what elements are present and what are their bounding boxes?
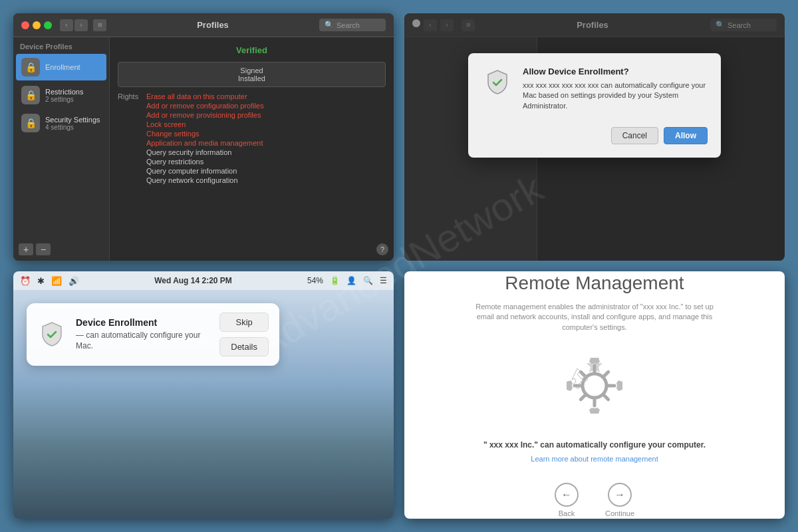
rm-title: Remote Management [505,273,684,294]
add-profile-button[interactable]: + [19,243,33,255]
right-query-net: Query network configuration [146,176,264,184]
security-icon: 🔒 [21,114,40,132]
titlebar-1: ‹ › ⊞ Profiles 🔍 Search [13,13,394,37]
restrictions-sub: 2 settings [45,96,83,103]
rm-subtitle: Remote management enables the administra… [468,302,721,332]
right-app-media: Application and media management [146,139,264,147]
rm-continue-button[interactable]: → Continue [605,483,634,517]
allow-enrollment-dialog: Allow Device Enrollment? xxx xxx xxx xxx… [468,53,721,158]
enrollment-name: Enrollment [45,63,80,71]
rights-list: Erase all data on this computer Add or r… [146,92,264,184]
dialog-header: Allow Device Enrollment? xxx xxx xxx xxx… [481,66,708,111]
window-body-1: Device Profiles 🔒 Enrollment 🔒 Restricti… [13,37,394,261]
close-button-1[interactable] [21,21,29,29]
right-add-config: Add or remove configuration profiles [146,102,264,110]
right-change: Change settings [146,130,264,138]
rm-back-button[interactable]: ← Back [555,483,579,517]
sidebar-item-enrollment[interactable]: 🔒 Enrollment [16,54,106,80]
notification-title: Device Enrollment [76,317,210,328]
user-icon: 👤 [346,276,356,285]
sidebar-1: Device Profiles 🔒 Enrollment 🔒 Restricti… [13,37,110,261]
panel4-remote-management: Remote Management Remote management enab… [404,271,785,519]
grid-view-button-1[interactable]: ⊞ [93,19,106,31]
sidebar-bottom-1: + − [13,238,109,261]
continue-circle-icon: → [608,483,632,507]
sidebar-item-security[interactable]: 🔒 Security Settings 4 settings [16,110,106,136]
notification-body: — can automatically configure your Mac. [76,331,210,351]
desktop-background: Device Enrollment — can automatically co… [13,290,394,519]
right-query-sec: Query security information [146,148,264,156]
installed-label: Installed [238,74,265,82]
sidebar-header-1: Device Profiles [13,37,109,53]
security-sub: 4 settings [45,124,100,131]
battery-level: 54% [307,276,323,285]
volume-icon: 🔊 [68,276,79,286]
rm-nav-buttons: ← Back → Continue [555,483,634,517]
notification-content: Device Enrollment — can automatically co… [76,317,210,351]
remove-profile-button[interactable]: − [36,243,51,255]
sidebar-item-restrictions[interactable]: 🔒 Restrictions 2 settings [16,82,106,108]
verified-badge: Verified [118,45,386,55]
forward-nav-button-1[interactable]: › [74,19,88,31]
dialog-shield-icon [481,66,513,98]
help-button[interactable]: ? [376,243,388,255]
menubar: ⏰ ✱ 📶 🔊 Wed Aug 14 2:20 PM 54% 🔋 👤 🔍 ☰ [13,271,394,290]
dialog-text-block: Allow Device Enrollment? xxx xxx xxx xxx… [523,66,708,111]
notification-card: Device Enrollment — can automatically co… [27,303,279,366]
time-machine-icon: ⏰ [20,276,31,286]
search-box-1[interactable]: 🔍 Search [319,19,386,31]
maximize-button-1[interactable] [44,21,52,29]
dialog-body-text: xxx xxx xxx xxx xxx xxx can automaticall… [523,80,708,111]
restrictions-icon: 🔒 [21,86,40,104]
minimize-button-1[interactable] [33,21,41,29]
skip-button[interactable]: Skip [219,313,269,332]
panel1-profiles-window: ‹ › ⊞ Profiles 🔍 Search Device Profiles … [13,13,394,261]
back-label: Back [559,509,575,517]
rm-learn-more-link[interactable]: Learn more about remote management [531,455,658,463]
security-text: Security Settings 4 settings [45,116,100,131]
right-add-prov: Add or remove provisioning profiles [146,111,264,119]
main-content-1: Verified Signed Installed Rights Erase a… [110,37,394,261]
menubar-date: Wed Aug 14 2:20 PM [87,276,299,285]
cancel-button[interactable]: Cancel [611,127,658,144]
wifi-icon: 📶 [51,276,62,286]
back-nav-button-1[interactable]: ‹ [60,19,73,31]
menubar-right: 54% 🔋 👤 🔍 ☰ [307,276,387,285]
panel2-wrapper: ‹ › ⊞ Profiles 🔍 Search No profiles inst… [404,13,785,261]
search-placeholder-1: Search [336,21,360,29]
right-lock: Lock screen [146,120,264,128]
continue-label: Continue [605,509,634,517]
back-circle-icon: ← [555,483,579,507]
dialog-overlay: Allow Device Enrollment? xxx xxx xxx xxx… [404,13,785,261]
dialog-buttons: Cancel Allow [481,127,708,144]
rights-section: Rights Erase all data on this computer A… [118,92,386,184]
notification-center-icon: ☰ [380,276,387,285]
rm-description: " xxx xxx Inc." can automatically config… [483,440,706,450]
restrictions-text: Restrictions 2 settings [45,88,83,103]
security-name: Security Settings [45,116,100,124]
dialog-title: Allow Device Enrollment? [523,66,708,76]
gear-icon [561,352,628,422]
signed-box: Signed Installed [118,62,386,87]
search-icon-1: 🔍 [325,21,334,29]
battery-icon: 🔋 [330,276,340,285]
spotlight-icon: 🔍 [363,276,373,285]
traffic-lights-1 [21,21,52,29]
notification-shield-icon [37,320,66,349]
window-title-1: Profiles [112,20,314,30]
enrollment-icon: 🔒 [21,58,40,76]
rights-label: Rights [118,92,141,184]
restrictions-name: Restrictions [45,88,83,96]
right-erase: Erase all data on this computer [146,92,264,100]
enrollment-text: Enrollment [45,63,80,71]
details-button[interactable]: Details [219,337,269,356]
notification-actions: Skip Details [219,313,269,356]
bluetooth-icon: ✱ [37,276,45,286]
menubar-left: ⏰ ✱ 📶 🔊 [20,276,79,286]
right-query-comp: Query computer information [146,167,264,175]
nav-buttons-1: ‹ › [60,19,88,31]
signed-label: Signed [240,66,263,74]
panel3-desktop: ⏰ ✱ 📶 🔊 Wed Aug 14 2:20 PM 54% 🔋 👤 🔍 ☰ D… [13,271,394,519]
right-query-restrict: Query restrictions [146,158,264,166]
allow-button[interactable]: Allow [664,127,708,144]
